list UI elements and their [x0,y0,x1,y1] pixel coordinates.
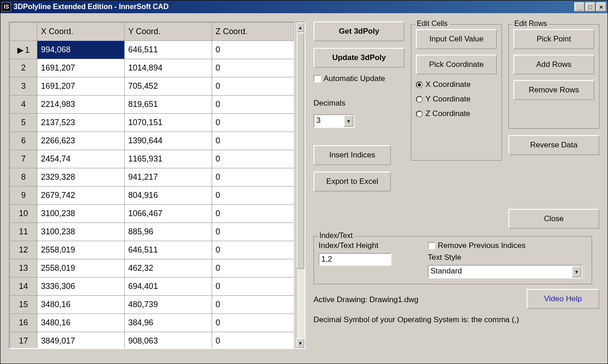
table-row[interactable]: 173849,017908,0630 [10,332,294,349]
row-header[interactable]: 8 [10,168,37,187]
cell-y[interactable]: 384,96 [124,314,212,332]
cell-y[interactable]: 646,511 [124,41,212,59]
coord-grid[interactable]: X Coord. Y Coord. Z Coord. ▶ 1994,068646… [9,21,295,349]
cell-y[interactable]: 1390,644 [124,132,212,150]
row-header[interactable]: 17 [10,332,37,349]
row-header[interactable]: 6 [10,132,37,150]
row-header[interactable]: 4 [10,96,37,114]
cell-x[interactable]: 3100,238 [37,205,125,223]
insert-indices-button[interactable]: Insert Indices [314,145,391,165]
z-coordinate-radio[interactable]: Z Coordinate [416,109,497,118]
index-text-height-input[interactable] [319,253,391,266]
scroll-up-arrow[interactable]: ▲ [296,22,304,32]
cell-x[interactable]: 1691,207 [37,59,125,77]
close-button[interactable]: Close [508,209,599,229]
video-help-button[interactable]: Video Help [527,289,599,309]
add-rows-button[interactable]: Add Rows [513,55,594,75]
table-row[interactable]: 82329,328941,2170 [10,168,294,187]
cell-z[interactable]: 0 [212,314,294,332]
cell-z[interactable]: 0 [212,278,294,296]
row-header[interactable]: 2 [10,59,37,77]
cell-x[interactable]: 1691,207 [37,77,125,96]
cell-x[interactable]: 2454,74 [37,150,125,168]
table-row[interactable]: 62266,6231390,6440 [10,132,294,150]
cell-z[interactable]: 0 [212,59,294,77]
decimals-combo[interactable]: 3 ▼ [314,114,355,128]
cell-y[interactable]: 1070,151 [124,114,212,132]
cell-z[interactable]: 0 [212,132,294,150]
export-excel-button[interactable]: Export to Excel [314,172,391,192]
text-style-combo[interactable]: Standard ▼ [428,265,583,278]
row-header[interactable]: 11 [10,223,37,241]
table-row[interactable]: 52137,5231070,1510 [10,114,294,132]
cell-y[interactable]: 885,96 [124,223,212,241]
cell-x[interactable]: 2214,983 [37,96,125,114]
y-coordinate-radio[interactable]: Y Coordinate [416,95,497,104]
cell-y[interactable]: 1165,931 [124,150,212,168]
row-header[interactable]: 13 [10,259,37,278]
input-cell-value-button[interactable]: Input Cell Value [416,29,497,49]
pick-point-button[interactable]: Pick Point [513,29,594,49]
cell-x[interactable]: 3480,16 [37,314,125,332]
remove-previous-indices-checkbox[interactable]: Remove Previous Indices [428,241,587,250]
row-header[interactable]: 9 [10,187,37,205]
chevron-down-icon[interactable]: ▼ [572,266,582,278]
cell-x[interactable]: 2329,328 [37,168,125,187]
table-row[interactable]: 153480,16480,7390 [10,296,294,314]
row-header[interactable]: ▶ 1 [10,41,37,59]
cell-z[interactable]: 0 [212,223,294,241]
cell-x[interactable]: 994,068 [37,41,125,59]
pick-coordinate-button[interactable]: Pick Coordinate [416,55,497,75]
cell-x[interactable]: 3480,16 [37,296,125,314]
cell-y[interactable]: 941,217 [124,168,212,187]
cell-z[interactable]: 0 [212,168,294,187]
scroll-thumb[interactable] [296,32,304,269]
table-row[interactable]: 92679,742804,9160 [10,187,294,205]
cell-z[interactable]: 0 [212,241,294,259]
automatic-update-checkbox[interactable]: Automatic Update [314,74,405,83]
cell-z[interactable]: 0 [212,296,294,314]
table-row[interactable]: 113100,238885,960 [10,223,294,241]
cell-x[interactable]: 2679,742 [37,187,125,205]
remove-rows-button[interactable]: Remove Rows [513,80,594,100]
get-3dpoly-button[interactable]: Get 3dPoly [314,21,405,41]
cell-z[interactable]: 0 [212,96,294,114]
cell-z[interactable]: 0 [212,332,294,349]
cell-x[interactable]: 3100,238 [37,223,125,241]
cell-x[interactable]: 2558,019 [37,259,125,278]
cell-z[interactable]: 0 [212,187,294,205]
x-coordinate-radio[interactable]: X Coordinate [416,80,497,89]
row-header[interactable]: 16 [10,314,37,332]
chevron-down-icon[interactable]: ▼ [344,115,354,127]
col-header-z[interactable]: Z Coord. [212,23,294,41]
row-header[interactable]: 5 [10,114,37,132]
cell-y[interactable]: 694,401 [124,278,212,296]
reverse-data-button[interactable]: Reverse Data [508,135,599,155]
table-row[interactable]: 42214,983819,6510 [10,96,294,114]
cell-y[interactable]: 462,32 [124,259,212,278]
row-header[interactable]: 12 [10,241,37,259]
minimize-button[interactable]: _ [574,2,584,11]
cell-z[interactable]: 0 [212,114,294,132]
table-row[interactable]: 72454,741165,9310 [10,150,294,168]
maximize-button[interactable]: □ [585,2,595,11]
table-row[interactable]: 21691,2071014,8940 [10,59,294,77]
cell-z[interactable]: 0 [212,77,294,96]
table-row[interactable]: 163480,16384,960 [10,314,294,332]
cell-x[interactable]: 2137,523 [37,114,125,132]
cell-y[interactable]: 1014,894 [124,59,212,77]
row-header[interactable]: 14 [10,278,37,296]
update-3dpoly-button[interactable]: Update 3dPoly [314,48,405,68]
col-header-x[interactable]: X Coord. [37,23,125,41]
row-header[interactable]: 7 [10,150,37,168]
cell-y[interactable]: 804,916 [124,187,212,205]
vertical-scrollbar[interactable]: ▲ ▼ [295,21,305,349]
row-header[interactable]: 3 [10,77,37,96]
row-header[interactable]: 10 [10,205,37,223]
close-window-button[interactable]: × [596,2,606,11]
cell-x[interactable]: 2558,019 [37,241,125,259]
table-row[interactable]: 122558,019646,5110 [10,241,294,259]
col-header-y[interactable]: Y Coord. [124,23,212,41]
cell-x[interactable]: 3336,306 [37,278,125,296]
cell-y[interactable]: 705,452 [124,77,212,96]
